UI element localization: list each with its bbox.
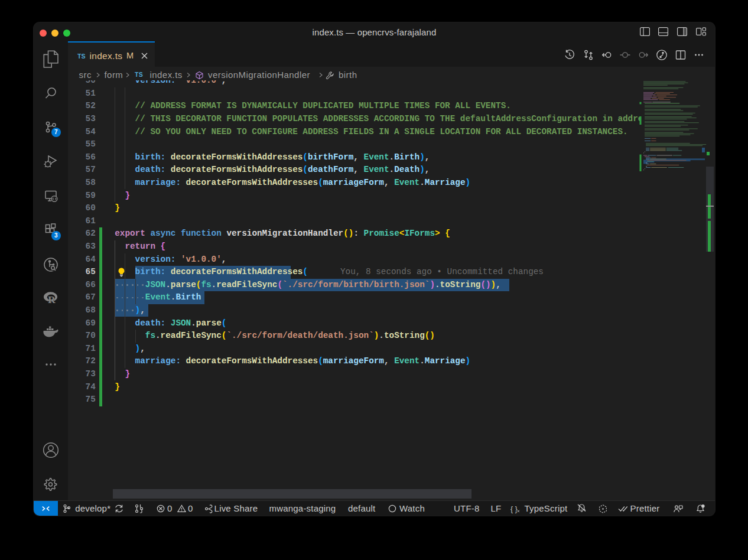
svg-text:{ }: { } <box>510 505 518 513</box>
svg-text:R: R <box>48 294 56 305</box>
